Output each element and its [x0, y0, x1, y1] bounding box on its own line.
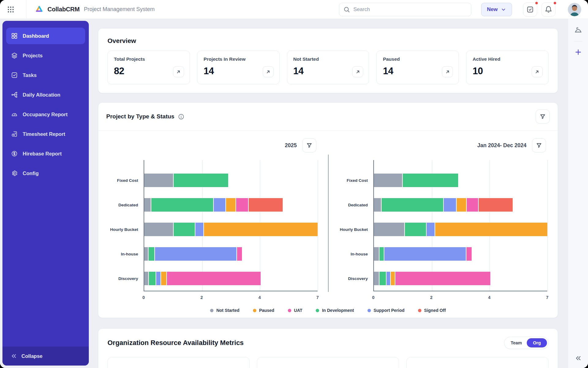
open-arrow-button[interactable]	[263, 66, 274, 77]
sidebar-item-occupancy-report[interactable]: Occupancy Report	[6, 106, 85, 123]
notifications-button[interactable]	[541, 2, 556, 17]
bar-segment	[144, 174, 173, 187]
bar-segment	[391, 272, 395, 285]
bar-segment	[155, 247, 236, 261]
app-launcher-icon[interactable]	[6, 4, 16, 15]
search-input[interactable]	[339, 3, 471, 16]
add-plus-icon[interactable]	[574, 48, 582, 56]
legend-dot	[253, 309, 256, 312]
bar-segment	[236, 198, 248, 212]
x-tick-label: 4	[258, 295, 261, 300]
bar-segment	[403, 174, 458, 187]
x-axis-ticks: 0247	[373, 291, 547, 302]
sidebar-item-daily-allocation[interactable]: Daily Allocation	[6, 86, 85, 103]
bar-segment	[167, 272, 261, 285]
bar-segment	[161, 272, 166, 285]
bar-segment	[444, 198, 456, 212]
chart-divider	[328, 155, 329, 292]
x-tick-label: 0	[372, 295, 375, 300]
bar-segment	[151, 198, 213, 212]
chart-2025: 2025 Fixed CostDedicatedHourly BucketIn-…	[98, 138, 328, 302]
sidebar-item-config[interactable]: Config	[6, 165, 85, 182]
bar-row	[374, 217, 547, 242]
info-icon[interactable]	[178, 113, 184, 120]
funnel-icon	[306, 142, 312, 148]
bar-segment	[144, 272, 148, 285]
bar-segment	[384, 247, 466, 261]
metric-card-stub	[107, 357, 250, 368]
resource-availability-section: Organization Resource Availability Metri…	[98, 328, 558, 368]
funnel-icon	[536, 142, 542, 148]
sidebar-collapse-button[interactable]: Collapse	[2, 347, 89, 366]
sidebar-item-timesheet-report[interactable]: Timesheet Report	[6, 126, 85, 142]
collapse-panel-icon[interactable]	[575, 355, 582, 362]
bar-segment	[374, 198, 381, 212]
bar-row	[374, 242, 547, 266]
category-label: Discovery	[337, 266, 373, 291]
right-rail	[568, 19, 588, 368]
toggle-team[interactable]: Team	[506, 338, 527, 347]
chart-filter-button[interactable]	[302, 138, 316, 152]
category-label: Dedicated	[337, 193, 373, 217]
bar-segment	[374, 174, 402, 187]
bar-segment	[149, 272, 156, 285]
legend-dot	[418, 309, 421, 312]
stat-card-active-hired: Active Hired 10	[466, 51, 548, 84]
legend-item: UAT	[288, 308, 303, 313]
arrow-up-right-icon	[534, 69, 540, 75]
category-label: Hourly Bucket	[337, 217, 373, 242]
bar-segment	[144, 247, 148, 261]
header-divider	[26, 0, 27, 19]
sidebar-item-tasks[interactable]: Tasks	[6, 67, 85, 83]
layers-icon	[11, 52, 18, 59]
category-labels: Fixed CostDedicatedHourly BucketIn-house…	[337, 160, 373, 291]
chart-filter-button[interactable]	[532, 138, 546, 152]
bar-segment	[149, 247, 154, 261]
sidebar-item-dashboard[interactable]: Dashboard	[6, 28, 85, 44]
user-avatar[interactable]	[568, 3, 581, 16]
chart-section-title: Project by Type & Status	[106, 113, 174, 120]
bar-row	[144, 168, 318, 193]
x-tick-label: 4	[488, 295, 491, 300]
chevron-down-icon	[501, 7, 506, 12]
open-arrow-button[interactable]	[532, 66, 543, 77]
legend-item: Not Started	[210, 308, 239, 313]
bar-row	[144, 193, 318, 217]
open-arrow-button[interactable]	[173, 66, 184, 77]
bar-row	[374, 168, 547, 193]
bar-segment	[204, 223, 318, 236]
bell-icon	[545, 6, 552, 13]
legend-dot	[368, 309, 371, 312]
chart-legend: Not Started Paused UAT In Development Su…	[98, 305, 558, 318]
open-arrow-button[interactable]	[442, 66, 453, 77]
bar-segment	[379, 247, 384, 261]
search-box	[339, 3, 471, 16]
arrow-up-right-icon	[445, 69, 450, 75]
sidebar-item-projects[interactable]: Projects	[6, 47, 85, 64]
toggle-org[interactable]: Org	[527, 338, 547, 347]
x-tick-label: 7	[316, 295, 319, 300]
legend-dot	[316, 309, 319, 312]
notification-dot	[553, 1, 557, 5]
sidebar: Dashboard Projects Tasks	[2, 21, 89, 366]
whats-new-cloche-icon[interactable]	[574, 26, 582, 34]
open-arrow-button[interactable]	[352, 66, 363, 77]
approvals-button[interactable]	[523, 2, 537, 17]
chart-jan2024-dec2024: Jan 2024- Dec 2024 Fixed CostDedicatedHo…	[328, 138, 558, 302]
collabcrm-logo-icon	[35, 5, 44, 14]
overview-section: Overview Total Projects 82 Projects In R…	[98, 28, 558, 93]
notification-dot	[535, 1, 538, 5]
category-label: Discovery	[107, 266, 144, 291]
bar-segment	[427, 223, 435, 236]
sidebar-item-hirebase-report[interactable]: Hirebase Report	[6, 145, 85, 162]
filter-button[interactable]	[536, 109, 550, 124]
new-button[interactable]: New	[481, 3, 512, 16]
bar-segment	[435, 223, 547, 236]
top-header: CollabCRM Project Management System New	[0, 0, 588, 19]
gridline	[318, 160, 318, 291]
legend-item: Support Period	[368, 308, 405, 313]
gridline	[547, 160, 548, 291]
legend-dot	[288, 309, 291, 312]
dollar-circle-icon	[11, 150, 18, 157]
bar-segment	[379, 272, 386, 285]
